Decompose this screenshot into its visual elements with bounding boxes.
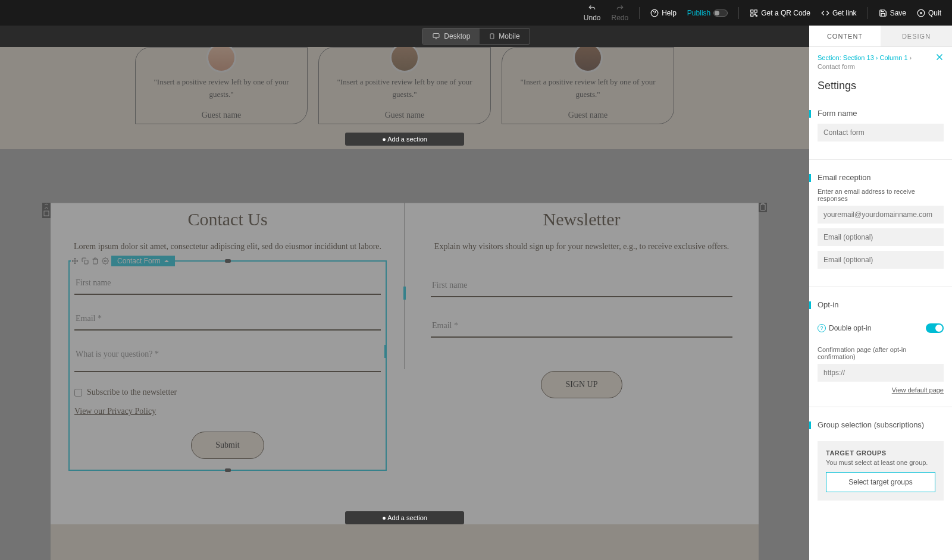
avatar bbox=[206, 47, 236, 73]
email-help: Enter an email address to receive respon… bbox=[818, 188, 944, 202]
svg-point-15 bbox=[105, 260, 107, 262]
svg-rect-7 bbox=[433, 34, 439, 38]
email2-input[interactable] bbox=[818, 228, 944, 246]
signup-button[interactable]: SIGN UP bbox=[541, 371, 622, 398]
email-input[interactable] bbox=[74, 308, 381, 331]
group-selection-label: Group selection (subscriptions) bbox=[818, 420, 944, 435]
view-default-link[interactable]: View default page bbox=[818, 386, 944, 394]
resize-handle[interactable] bbox=[403, 287, 406, 300]
bc-section[interactable]: Section: Section 13 bbox=[818, 54, 874, 61]
help-icon[interactable]: ? bbox=[818, 324, 826, 332]
add-section-button[interactable]: ● Add a section bbox=[345, 133, 464, 146]
contact-form-selected[interactable]: Contact Form Subscribe to the newsletter… bbox=[68, 260, 387, 471]
canvas: "Insert a positive review left by one of… bbox=[0, 47, 809, 560]
help-button[interactable]: Help bbox=[650, 9, 677, 17]
contact-column: Contact Us Lorem ipsum dolor sit amet, c… bbox=[51, 203, 405, 560]
topbar: Undo Redo Help Publish Get a QR Code Get… bbox=[0, 0, 952, 26]
select-target-button[interactable]: Select target groups bbox=[826, 472, 935, 492]
svg-rect-10 bbox=[490, 34, 494, 39]
testimonial-card: "Insert a positive review left by one of… bbox=[318, 47, 491, 124]
svg-rect-13 bbox=[44, 211, 49, 216]
svg-rect-4 bbox=[754, 14, 756, 15]
email-reception-label: Email reception bbox=[818, 173, 944, 188]
publish-toggle[interactable]: Publish bbox=[687, 9, 728, 17]
section-handle-left[interactable] bbox=[42, 203, 51, 218]
side-panel: CONTENT DESIGN Section: Section 13 › Col… bbox=[809, 26, 952, 560]
tab-design[interactable]: DESIGN bbox=[881, 26, 952, 46]
newsletter-column: Newsletter Explain why visitors should s… bbox=[405, 203, 759, 560]
mobile-button[interactable]: Mobile bbox=[480, 29, 529, 44]
newsletter-first-name[interactable] bbox=[431, 275, 732, 297]
quit-button[interactable]: Quit bbox=[917, 9, 941, 17]
undo-button[interactable]: Undo bbox=[584, 4, 601, 22]
double-optin-toggle[interactable] bbox=[926, 323, 944, 333]
element-tag[interactable]: Contact Form bbox=[111, 256, 175, 266]
avatar bbox=[573, 47, 603, 73]
newsletter-email[interactable] bbox=[431, 315, 732, 338]
qr-button[interactable]: Get a QR Code bbox=[750, 9, 810, 17]
contact-title: Contact Us bbox=[68, 209, 387, 229]
email3-input[interactable] bbox=[818, 251, 944, 269]
bc-column[interactable]: Column 1 bbox=[879, 54, 907, 61]
element-toolbar: Contact Form bbox=[71, 256, 175, 266]
panel-title: Settings bbox=[809, 75, 952, 103]
forms-section: Contact Us Lorem ipsum dolor sit amet, c… bbox=[51, 203, 759, 560]
svg-rect-14 bbox=[84, 260, 89, 265]
breadcrumb: Section: Section 13 › Column 1 › Contact… bbox=[809, 54, 952, 75]
testimonial-card: "Insert a positive review left by one of… bbox=[502, 47, 674, 124]
testimonial-card: "Insert a positive review left by one of… bbox=[135, 47, 308, 124]
optin-label: Opt-in bbox=[818, 300, 944, 315]
target-groups-help: You must select at least one group. bbox=[826, 459, 935, 466]
close-icon[interactable] bbox=[934, 52, 945, 65]
svg-rect-2 bbox=[754, 10, 757, 12]
delete-icon[interactable] bbox=[91, 257, 99, 265]
submit-button[interactable]: Submit bbox=[191, 432, 264, 459]
contact-subtitle: Lorem ipsum dolor sit amet, consectetur … bbox=[68, 240, 387, 253]
save-button[interactable]: Save bbox=[879, 9, 906, 17]
avatar bbox=[390, 47, 419, 73]
desktop-button[interactable]: Desktop bbox=[422, 29, 480, 44]
svg-rect-5 bbox=[756, 15, 757, 16]
form-name-label: Form name bbox=[818, 109, 944, 124]
newsletter-title: Newsletter bbox=[422, 209, 741, 229]
newsletter-subtitle: Explain why visitors should sign up for … bbox=[422, 240, 741, 253]
question-textarea[interactable] bbox=[74, 344, 381, 372]
first-name-input[interactable] bbox=[74, 272, 381, 295]
resize-handle[interactable] bbox=[384, 345, 387, 358]
privacy-link[interactable]: View our Privacy Policy bbox=[74, 407, 156, 416]
subscribe-checkbox[interactable]: Subscribe to the newsletter bbox=[74, 388, 381, 397]
double-optin-label: ? Double opt-in bbox=[818, 324, 871, 332]
bc-current: Contact form bbox=[818, 63, 855, 70]
email1-input[interactable] bbox=[818, 206, 944, 224]
settings-icon[interactable] bbox=[101, 257, 109, 265]
add-section-button-bottom[interactable]: ● Add a section bbox=[345, 511, 464, 524]
svg-rect-1 bbox=[751, 10, 753, 12]
redo-button[interactable]: Redo bbox=[611, 4, 628, 22]
confirm-url-input[interactable] bbox=[818, 364, 944, 382]
confirm-label: Confirmation page (after opt-in confirma… bbox=[818, 346, 944, 360]
copy-icon[interactable] bbox=[81, 257, 89, 265]
svg-rect-3 bbox=[751, 14, 753, 16]
section-delete[interactable] bbox=[759, 203, 767, 212]
target-groups-title: TARGET GROUPS bbox=[826, 449, 935, 457]
move-icon[interactable] bbox=[71, 257, 79, 265]
tab-content[interactable]: CONTENT bbox=[809, 26, 881, 46]
form-name-input[interactable] bbox=[818, 124, 944, 141]
target-groups-box: TARGET GROUPS You must select at least o… bbox=[818, 441, 944, 501]
device-toggle: Desktop Mobile bbox=[422, 28, 530, 45]
getlink-button[interactable]: Get link bbox=[821, 9, 857, 17]
